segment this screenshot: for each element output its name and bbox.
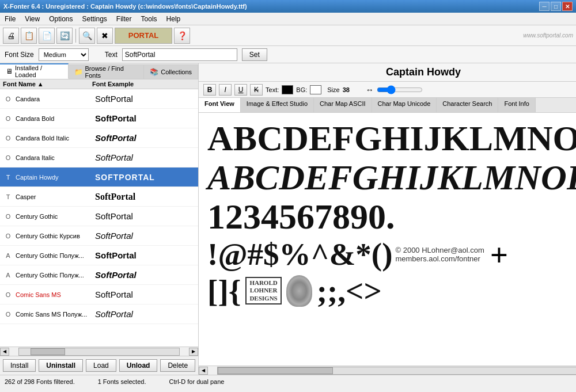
bold-button[interactable]: B (203, 84, 216, 96)
h-scroll-right-thumb[interactable] (218, 367, 333, 374)
minimize-button[interactable]: ─ (539, 2, 550, 11)
font-type-icon: O (3, 211, 13, 222)
delete-button[interactable]: Delete (160, 359, 195, 372)
menu-options[interactable]: Options (44, 14, 77, 24)
list-item[interactable]: O Candara Italic SoftPortal (0, 148, 198, 168)
logo-area: PORTAL (115, 28, 172, 44)
resize-icon: ↔ (366, 85, 374, 94)
strikethrough-button[interactable]: K (250, 84, 263, 96)
close-button[interactable]: ✕ (562, 2, 573, 11)
scroll-right-btn[interactable]: ▶ (189, 348, 198, 356)
watermark-text: www.softportal.com (523, 32, 573, 39)
set-button[interactable]: Set (242, 48, 267, 61)
unload-button[interactable]: Unload (119, 359, 158, 372)
search-button[interactable]: ✖ (97, 28, 113, 44)
list-item[interactable]: O Century Gothic Курсив SoftPortal (0, 226, 198, 246)
list-item[interactable]: O Candara SoftPortal (0, 89, 198, 109)
font-list-header: Font Name ▲ Font Example (0, 79, 198, 89)
text-format-bar: B I U K Text: BG: Size 38 ↔ (199, 82, 576, 98)
print-button[interactable]: 🖨 (3, 28, 19, 44)
font-preview-text: SoftPortal (95, 250, 195, 260)
font-preview-text: SoftPortal (95, 192, 195, 202)
tab-font-info[interactable]: Font Info (498, 98, 535, 112)
tab-browse[interactable]: 📁 Browse / Find Fonts (69, 64, 145, 79)
install-button[interactable]: Install (3, 359, 36, 372)
h-scroll-track[interactable] (18, 348, 180, 356)
text-color-picker[interactable] (282, 85, 293, 94)
list-item[interactable]: O Century Gothic SoftPortal (0, 207, 198, 226)
font-type-icon: A (3, 250, 13, 261)
preview-symbols: !@#$%^&*() (207, 237, 392, 272)
font-name-text: Candara Bold Italic (16, 135, 95, 142)
font-type-icon: O (3, 94, 13, 104)
tab-collections-label: Collections (161, 68, 192, 75)
sort-icon: ▲ (37, 81, 44, 87)
tab-image-effect[interactable]: Image & Effect Studio (241, 98, 314, 112)
list-horizontal-scrollbar[interactable]: ◀ ▶ (0, 347, 198, 356)
font-name-text: Candara Bold (16, 115, 95, 122)
font-preview-text: SoftPortal (95, 133, 195, 143)
menu-view[interactable]: View (20, 14, 44, 24)
list-item[interactable]: T Casper SoftPortal (0, 187, 198, 207)
font-type-icon: O (3, 231, 13, 241)
copyright-text: © 2000 HLohner@aol.com (395, 246, 484, 254)
list-item[interactable]: O Candara Bold SoftPortal (0, 109, 198, 128)
tab-char-map-unicode[interactable]: Char Map Unicode (372, 98, 437, 112)
underline-button[interactable]: U (234, 84, 247, 96)
scroll-left-btn[interactable]: ◀ (0, 348, 9, 356)
scroll-left-right-btn[interactable]: ◀ (199, 367, 208, 375)
text-label: Text (105, 51, 118, 59)
tab-browse-label: Browse / Find Fonts (85, 65, 138, 79)
list-item[interactable]: A Century Gothic Полуж... SoftPortal (0, 246, 198, 265)
right-bottom-scrollbar[interactable]: ◀ ▶ (199, 366, 576, 375)
h-scroll-thumb[interactable] (31, 348, 65, 355)
tab-font-view[interactable]: Font View (199, 98, 241, 112)
font-preview-text: SoftPortal (95, 94, 195, 104)
preview-punctuation: ;;,<> (317, 273, 382, 309)
preview-copyright: © 2000 HLohner@aol.com members.aol.com/f… (395, 246, 484, 263)
menu-file[interactable]: File (0, 14, 20, 24)
font-preview-text: SoftPortal (95, 113, 195, 123)
collections-icon: 📚 (150, 68, 158, 76)
hint-text: Ctrl-D for dual pane (169, 378, 224, 385)
list-item[interactable]: O Comic Sans MS SoftPortal (0, 285, 198, 305)
tab-char-search[interactable]: Character Search (437, 98, 498, 112)
font-preview-text: SoftPortal (95, 270, 195, 280)
uninstall-button[interactable]: Uninstall (39, 359, 83, 372)
menu-settings[interactable]: Settings (78, 14, 112, 24)
font-name-text: Century Gothic Курсив (16, 233, 95, 239)
menu-filter[interactable]: Filter (112, 14, 137, 24)
font-type-icon: O (3, 133, 13, 143)
size-value: 38 (343, 86, 363, 93)
font-preview-area: ABCDEFGHIJKLMNOPQ ABCDEFGHIJKLMNOPQ 1234… (199, 113, 576, 366)
copy-button[interactable]: 📋 (21, 28, 37, 44)
font-name-text: Century Gothic Полуж... (16, 252, 95, 259)
filter-button[interactable]: 🔍 (79, 28, 95, 44)
list-item[interactable]: T Captain Howdy SOFTPORTAL (0, 168, 198, 187)
italic-button[interactable]: I (219, 84, 232, 96)
list-item[interactable]: A Century Gothic Полуж... SoftPortal (0, 265, 198, 285)
refresh-button[interactable]: 🔄 (56, 28, 73, 44)
help-button[interactable]: ❓ (174, 28, 190, 44)
left-panel: 🖥 Installed / Loaded 📁 Browse / Find Fon… (0, 63, 199, 375)
size-slider[interactable] (377, 85, 423, 94)
menu-tools[interactable]: Tools (137, 14, 162, 24)
bg-color-picker[interactable] (310, 85, 321, 94)
font-name-text: Comic Sans MS (16, 291, 95, 298)
list-item[interactable]: O Candara Bold Italic SoftPortal (0, 128, 198, 148)
font-name-text: Candara Italic (16, 154, 95, 161)
tab-char-map-ascii[interactable]: Char Map ASCII (314, 98, 372, 112)
font-name-text: Candara (16, 96, 95, 102)
h-scroll-right-track[interactable] (217, 367, 576, 375)
font-type-icon: O (3, 113, 13, 124)
menu-help[interactable]: Help (162, 14, 185, 24)
text-input[interactable] (122, 48, 237, 61)
tab-collections[interactable]: 📚 Collections (144, 64, 198, 79)
portal-logo: PORTAL (128, 31, 158, 40)
load-button[interactable]: Load (86, 359, 116, 372)
maximize-button[interactable]: □ (551, 2, 561, 11)
paste-button[interactable]: 📄 (39, 28, 55, 44)
tab-installed[interactable]: 🖥 Installed / Loaded (0, 63, 69, 79)
font-size-select[interactable]: Small Medium Large Extra Large (39, 48, 89, 61)
list-item[interactable]: O Comic Sans MS Полуж... SoftPortal (0, 305, 198, 324)
